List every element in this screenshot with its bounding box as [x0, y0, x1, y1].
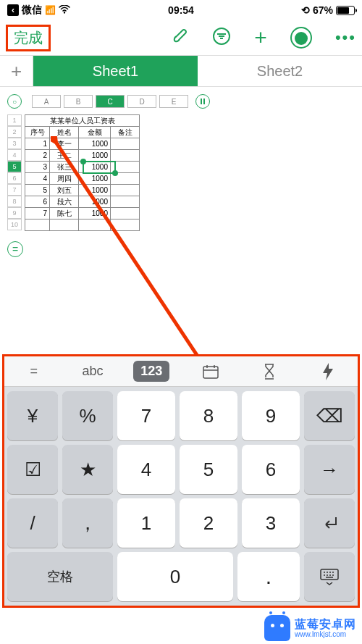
svg-point-0: [64, 12, 65, 13]
table-row: 1李一1000: [25, 138, 140, 150]
watermark-title: 蓝莓安卓网: [295, 618, 356, 631]
selection-handle-icon[interactable]: [80, 159, 86, 164]
kb-percent-key[interactable]: %: [62, 391, 113, 440]
formula-equals-button[interactable]: =: [7, 241, 23, 257]
status-bar: ‹ 微信 📶 09:54 ⟲ 67%: [0, 0, 362, 20]
col-header-d[interactable]: D: [127, 95, 156, 108]
kb-abc-button[interactable]: abc: [63, 364, 122, 379]
kb-arrow-right-key[interactable]: →: [304, 445, 355, 494]
kb-8-key[interactable]: 8: [180, 391, 237, 440]
kb-123-button[interactable]: 123: [122, 361, 181, 382]
row-header[interactable]: 2: [7, 126, 22, 138]
wifi-icon: [59, 4, 70, 16]
col-header-b[interactable]: B: [64, 95, 93, 108]
keyboard-toolbar: = abc 123: [4, 356, 358, 387]
row-header[interactable]: 10: [7, 219, 22, 230]
kb-5-key[interactable]: 5: [180, 445, 237, 494]
row-header[interactable]: 7: [7, 184, 22, 196]
more-icon[interactable]: •••: [335, 28, 356, 47]
profile-icon[interactable]: [290, 27, 312, 49]
col-header-a[interactable]: A: [32, 95, 61, 108]
sheet-tab-label: Sheet1: [93, 63, 138, 80]
main-toolbar: 完成 + •••: [0, 20, 362, 55]
table-row: 6段六1000: [25, 196, 140, 208]
kb-0-key[interactable]: 0: [117, 552, 233, 601]
kb-6-key[interactable]: 6: [242, 445, 300, 494]
kb-date-icon[interactable]: [181, 364, 240, 379]
pause-circle-icon[interactable]: [195, 94, 210, 109]
svg-rect-4: [321, 569, 338, 580]
col-header-c[interactable]: C: [96, 95, 125, 108]
cell-selection[interactable]: [83, 161, 116, 174]
kb-star-key[interactable]: ★: [62, 445, 113, 494]
kb-dot-key[interactable]: .: [237, 552, 300, 601]
row-header[interactable]: 9: [7, 207, 22, 219]
kb-space-key[interactable]: 空格: [7, 552, 113, 601]
sheet-tab-label: Sheet2: [257, 63, 303, 80]
kb-hide-keyboard-key[interactable]: [304, 552, 355, 601]
sheet-tab-2[interactable]: Sheet2: [198, 56, 362, 86]
svg-rect-3: [203, 367, 218, 378]
kb-9-key[interactable]: 9: [242, 391, 300, 440]
numeric-keyboard: = abc 123 ¥ ☑ / % ★ ， 7 8 9: [2, 354, 360, 608]
kb-hourglass-icon[interactable]: [240, 364, 298, 380]
kb-checkbox-key[interactable]: ☑: [7, 445, 58, 494]
table-title: 某某单位人员工资表: [25, 115, 140, 127]
row-header[interactable]: 8: [7, 196, 22, 207]
kb-enter-key[interactable]: [304, 498, 355, 548]
header-cell: 姓名: [50, 127, 79, 138]
done-button[interactable]: 完成: [6, 25, 51, 51]
row-header[interactable]: 1: [7, 114, 22, 126]
header-cell: 金额: [79, 127, 111, 138]
row-headers: 1 2 3 4 5 6 7 8 9 10: [7, 114, 22, 231]
spreadsheet-area[interactable]: ○ A B C D E 1 2 3 4 5 6 7 8 9 10 某某单位人员工…: [0, 87, 362, 373]
kb-4-key[interactable]: 4: [117, 445, 175, 494]
kb-yen-key[interactable]: ¥: [7, 391, 58, 440]
kb-3-key[interactable]: 3: [242, 498, 300, 548]
record-circle-icon[interactable]: ○: [7, 94, 22, 109]
row-header[interactable]: 3: [7, 138, 22, 149]
watermark-url: www.lmkjst.com: [295, 630, 356, 638]
format-brush-icon[interactable]: [172, 28, 189, 48]
kb-2-key[interactable]: 2: [180, 498, 237, 548]
sheet-tab-bar: + Sheet1 Sheet2: [0, 55, 362, 87]
kb-comma-key[interactable]: ，: [62, 498, 113, 548]
row-header[interactable]: 6: [7, 172, 22, 184]
table-row: 7陈七1000: [25, 208, 140, 219]
table-row: 5刘五1000: [25, 185, 140, 196]
row-header[interactable]: 5: [7, 161, 22, 172]
selection-handle-icon[interactable]: [112, 170, 118, 176]
header-cell: 序号: [25, 127, 50, 138]
header-cell: 备注: [111, 127, 140, 138]
table-row: 4周四1000: [25, 173, 140, 185]
filter-circle-icon[interactable]: [212, 27, 231, 49]
kb-bolt-icon[interactable]: [299, 363, 358, 380]
table-row: [25, 219, 140, 231]
watermark-logo-icon: [264, 615, 290, 641]
signal-icon: 📶: [45, 5, 56, 15]
col-header-e[interactable]: E: [159, 95, 188, 108]
sheet-tab-1[interactable]: Sheet1: [33, 56, 198, 86]
rotation-lock-icon: ⟲: [301, 4, 310, 16]
kb-equals-button[interactable]: =: [4, 364, 63, 379]
battery-icon: [336, 6, 355, 15]
kb-7-key[interactable]: 7: [117, 391, 175, 440]
back-to-app-icon[interactable]: ‹: [7, 4, 19, 16]
watermark: 蓝莓安卓网 www.lmkjst.com: [264, 615, 356, 641]
row-header[interactable]: 4: [7, 149, 22, 161]
kb-1-key[interactable]: 1: [117, 498, 175, 548]
battery-pct: 67%: [313, 4, 333, 16]
status-time: 09:54: [123, 4, 239, 16]
kb-slash-key[interactable]: /: [7, 498, 58, 548]
back-app-name: 微信: [22, 4, 42, 17]
add-sheet-button[interactable]: +: [0, 56, 33, 86]
kb-backspace-key[interactable]: ⌫: [304, 391, 355, 440]
add-icon[interactable]: +: [254, 25, 267, 50]
